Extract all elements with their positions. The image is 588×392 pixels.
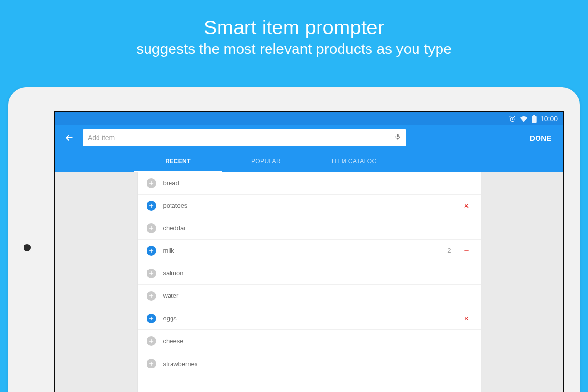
item-name: cheese — [163, 337, 472, 344]
add-item-button[interactable] — [147, 246, 156, 256]
list-item: potatoes — [138, 195, 481, 217]
tab-item-catalog[interactable]: ITEM CATALOG — [310, 150, 398, 172]
list-item: cheese — [138, 330, 481, 352]
item-name: salmon — [163, 270, 472, 277]
item-name: milk — [163, 247, 441, 254]
remove-item-button[interactable] — [463, 202, 472, 209]
svg-rect-1 — [532, 116, 536, 122]
add-item-button[interactable] — [147, 336, 156, 346]
suggestions-panel: breadpotatoescheddarmilk2salmonwatereggs… — [138, 172, 481, 392]
remove-item-button[interactable] — [463, 315, 472, 322]
tab-popular[interactable]: POPULAR — [222, 150, 310, 172]
list-item: water — [138, 285, 481, 307]
alarm-icon — [509, 115, 516, 122]
add-item-button[interactable] — [147, 314, 156, 323]
tab-label: ITEM CATALOG — [332, 158, 377, 165]
item-name: potatoes — [163, 202, 456, 209]
list-item: salmon — [138, 262, 481, 285]
tab-label: POPULAR — [251, 158, 281, 165]
tablet-camera — [24, 244, 31, 251]
add-item-button[interactable] — [147, 223, 156, 233]
search-field[interactable] — [83, 129, 406, 146]
item-quantity: 2 — [447, 247, 451, 254]
promo-title: Smart item prompter — [0, 17, 588, 39]
promo-subtitle: suggests the most relevant products as y… — [0, 41, 588, 57]
content-area: breadpotatoescheddarmilk2salmonwatereggs… — [55, 172, 563, 392]
add-item-button[interactable] — [147, 269, 156, 278]
tablet-frame: 10:00 DONE REC — [8, 87, 580, 392]
list-item: strawberries — [138, 352, 481, 375]
add-item-button[interactable] — [147, 178, 156, 188]
device-screen: 10:00 DONE REC — [54, 111, 564, 392]
mic-icon[interactable] — [394, 132, 401, 143]
add-item-button[interactable] — [147, 359, 156, 368]
wifi-icon — [520, 115, 528, 122]
add-item-button[interactable] — [147, 201, 156, 211]
item-name: strawberries — [163, 360, 472, 368]
tab-label: RECENT — [165, 158, 191, 165]
done-button[interactable]: DONE — [526, 131, 556, 145]
item-name: bread — [163, 179, 472, 187]
search-input[interactable] — [88, 129, 390, 146]
battery-icon — [532, 115, 537, 122]
status-bar: 10:00 — [55, 112, 563, 125]
status-time: 10:00 — [540, 115, 558, 122]
svg-rect-2 — [533, 115, 535, 116]
back-button[interactable] — [62, 131, 76, 145]
list-item: milk2 — [138, 240, 481, 262]
add-item-button[interactable] — [147, 291, 156, 301]
decrement-item-button[interactable] — [463, 247, 472, 254]
tabs: RECENT POPULAR ITEM CATALOG — [55, 150, 563, 172]
list-item: cheddar — [138, 217, 481, 240]
item-name: cheddar — [163, 224, 472, 232]
list-item: eggs — [138, 307, 481, 330]
item-name: eggs — [163, 315, 456, 322]
tab-recent[interactable]: RECENT — [134, 150, 222, 172]
svg-rect-3 — [397, 134, 399, 137]
item-name: water — [163, 292, 472, 299]
app-bar: DONE — [55, 125, 563, 150]
list-item: bread — [138, 172, 481, 195]
